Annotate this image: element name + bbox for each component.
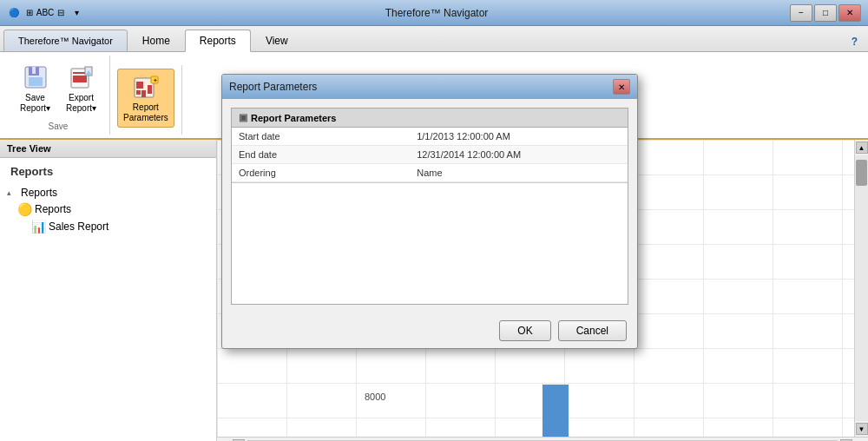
dialog-overlay: Report Parameters ✕ ▣ Report Parameters …: [0, 0, 868, 441]
params-section-label: Report Parameters: [251, 113, 336, 123]
cancel-button[interactable]: Cancel: [558, 320, 627, 341]
params-table-container: ▣ Report Parameters Start date 1/1/2013 …: [231, 108, 628, 305]
param-name: Start date: [232, 128, 410, 146]
param-value: Name: [410, 164, 628, 182]
table-row: End date 12/31/2014 12:00:00 AM: [232, 146, 628, 164]
dialog-empty-area: [232, 182, 628, 304]
collapse-icon[interactable]: ▣: [239, 112, 247, 123]
dialog-content: ▣ Report Parameters Start date 1/1/2013 …: [222, 99, 637, 313]
dialog-titlebar: Report Parameters ✕: [222, 75, 637, 99]
dialog-footer: OK Cancel: [222, 313, 637, 348]
dialog-title: Report Parameters: [229, 81, 317, 93]
params-table: Start date 1/1/2013 12:00:00 AM End date…: [232, 128, 628, 182]
param-value: 1/1/2013 12:00:00 AM: [410, 128, 628, 146]
ok-button[interactable]: OK: [499, 320, 550, 341]
table-row: Ordering Name: [232, 164, 628, 182]
param-name: Ordering: [232, 164, 410, 182]
param-name: End date: [232, 146, 410, 164]
param-value: 12/31/2014 12:00:00 AM: [410, 146, 628, 164]
dialog-close-button[interactable]: ✕: [613, 79, 630, 95]
table-row: Start date 1/1/2013 12:00:00 AM: [232, 128, 628, 146]
report-parameters-dialog: Report Parameters ✕ ▣ Report Parameters …: [221, 74, 638, 349]
params-section-header: ▣ Report Parameters: [232, 109, 628, 128]
